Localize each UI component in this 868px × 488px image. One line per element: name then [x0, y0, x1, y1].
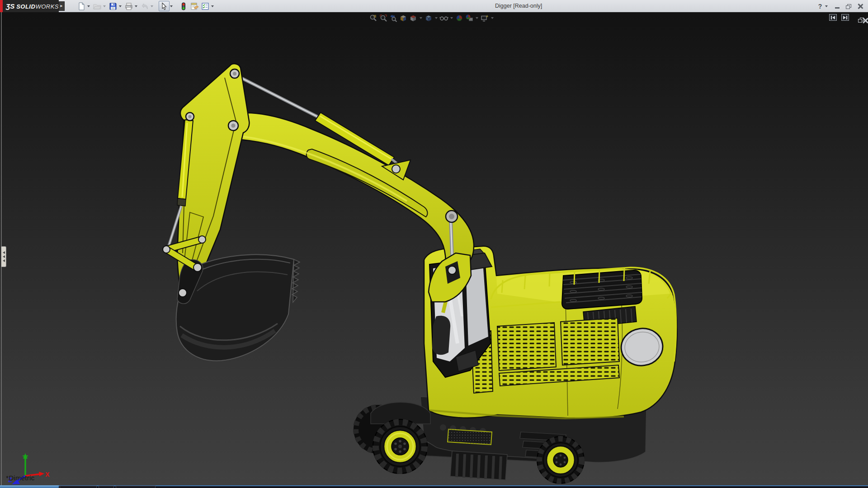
zoom-to-area-button[interactable]: [378, 14, 388, 23]
flyout-arrow-icon: [3, 259, 5, 262]
traffic-light-icon: [179, 2, 188, 10]
taskbar-edge[interactable]: [0, 485, 868, 488]
new-document-icon: [77, 2, 85, 10]
excavator-model[interactable]: [0, 12, 868, 485]
view-orientation-label: *Dimetric: [6, 474, 35, 482]
standard-toolbar: [72, 0, 216, 12]
solidworks-window: ƷSSOLIDWORKS ▶: [0, 0, 868, 488]
undo-button[interactable]: [139, 1, 150, 11]
select-cursor-icon: [160, 2, 168, 10]
document-window-controls: [829, 14, 863, 21]
front-right-wheel: [537, 436, 584, 483]
flyout-arrow-icon: [3, 251, 5, 254]
view-orientation-button[interactable]: [408, 14, 418, 23]
edit-appearance-button[interactable]: [454, 14, 464, 23]
print-dropdown[interactable]: [135, 5, 137, 7]
solidworks-logo-glyph: ƷS: [6, 2, 14, 10]
apply-scene-dropdown[interactable]: [476, 17, 478, 19]
select-tool-button[interactable]: [159, 1, 170, 11]
open-button[interactable]: [92, 1, 103, 11]
view-settings-dropdown[interactable]: [491, 17, 494, 19]
close-icon[interactable]: [856, 3, 863, 10]
shaded-cube-icon: [425, 14, 433, 22]
taskbar-start-segment[interactable]: [0, 485, 59, 488]
new-document-button[interactable]: [76, 1, 87, 11]
eyeglasses-icon: [439, 14, 448, 22]
restore-icon[interactable]: [845, 3, 852, 10]
file-properties-icon: [190, 2, 199, 10]
open-dropdown[interactable]: [103, 5, 106, 7]
view-settings-icon: [481, 14, 489, 22]
printer-icon: [125, 2, 133, 10]
section-view-button[interactable]: [398, 14, 408, 23]
taskbar-button[interactable]: [60, 486, 97, 488]
brand-red-stripe: [0, 0, 3, 12]
display-style-dropdown[interactable]: [435, 17, 438, 19]
graphics-viewport[interactable]: X Z *Dimetric: [0, 12, 868, 485]
minimize-icon[interactable]: [834, 3, 841, 10]
select-dropdown[interactable]: [170, 5, 173, 7]
zoom-to-fit-button[interactable]: [368, 14, 378, 23]
window-controls: ?: [816, 1, 863, 11]
undo-arrow-icon: [141, 2, 149, 10]
menu-flyout-button[interactable]: ▶: [59, 1, 65, 11]
taskbar-button[interactable]: [99, 486, 114, 488]
help-icon[interactable]: ?: [816, 3, 824, 10]
apply-scene-button[interactable]: [464, 14, 474, 23]
seat: [432, 316, 450, 355]
display-style-button[interactable]: [424, 14, 434, 23]
options-dropdown[interactable]: [211, 5, 214, 7]
print-button[interactable]: [123, 1, 134, 11]
triad-x-label: X: [45, 471, 50, 478]
hide-show-items-dropdown[interactable]: [450, 17, 453, 19]
save-floppy-icon: [109, 2, 117, 10]
magnifier-area-icon: [379, 14, 387, 22]
magnifier-fit-icon: [369, 14, 377, 22]
color-sphere-icon: [455, 14, 463, 22]
section-cube-icon: [399, 14, 407, 22]
brand-name-bold: SOLID: [16, 3, 35, 10]
view-orientation-dropdown[interactable]: [420, 17, 422, 19]
flyout-arrow-icon: [3, 255, 5, 258]
collapse-pane-right-button[interactable]: [841, 14, 849, 21]
collapse-pane-left-button[interactable]: [829, 14, 837, 21]
hide-show-items-button[interactable]: [439, 14, 449, 23]
scene-sphere-icon: [465, 14, 473, 22]
solidworks-logo: ƷSSOLIDWORKS: [0, 0, 59, 12]
document-title: Digger [Read-only]: [495, 3, 542, 9]
chevron-right-icon: ▶: [61, 5, 63, 8]
title-bar: ƷSSOLIDWORKS ▶: [0, 0, 868, 12]
taskbar-button[interactable]: [116, 486, 156, 488]
orientation-cube-icon: [409, 14, 417, 22]
previous-view-button[interactable]: [388, 14, 398, 23]
magnifier-back-arrow-icon: [389, 14, 397, 22]
heads-up-view-toolbar: [368, 14, 495, 23]
new-dropdown[interactable]: [87, 5, 90, 7]
undo-dropdown[interactable]: [151, 5, 153, 7]
save-dropdown[interactable]: [119, 5, 122, 7]
feature-tree-flyout-tab[interactable]: [1, 246, 6, 267]
help-dropdown[interactable]: [825, 5, 828, 7]
front-left-wheel: [373, 419, 427, 474]
view-settings-button[interactable]: [480, 14, 490, 23]
save-button[interactable]: [108, 1, 118, 11]
rebuild-button[interactable]: [178, 1, 189, 11]
file-properties-button[interactable]: [189, 1, 200, 11]
open-folder-icon: [93, 2, 101, 10]
options-checklist-icon: [201, 2, 209, 10]
brand-name-light: WORKS: [35, 3, 59, 10]
options-button[interactable]: [200, 1, 211, 11]
